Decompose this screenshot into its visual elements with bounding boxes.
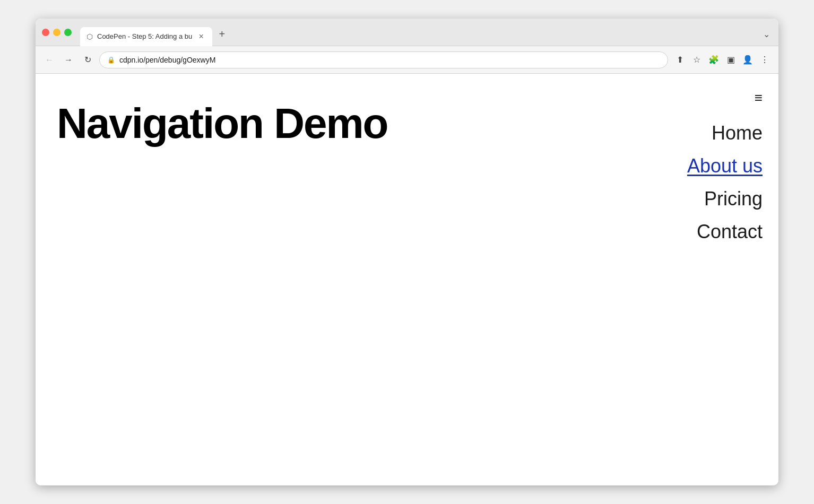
profile-icon[interactable]: 👤 — [740, 53, 755, 67]
tab-dropdown-icon[interactable]: ⌄ — [761, 27, 772, 41]
browser-window: ⬡ CodePen - Step 5: Adding a bu × + ⌄ ← … — [36, 19, 778, 485]
address-bar: ← → ↻ 🔒 cdpn.io/pen/debug/gOexwyM ⬆ ☆ 🧩 … — [36, 46, 778, 74]
page-main: Navigation Demo — [36, 74, 662, 485]
nav-links: Home About us Pricing Contact — [678, 117, 763, 248]
nav-item-home[interactable]: Home — [712, 117, 763, 150]
hamburger-icon[interactable]: ≡ — [755, 90, 763, 106]
title-bar: ⬡ CodePen - Step 5: Adding a bu × + ⌄ — [36, 19, 778, 46]
page-title: Navigation Demo — [57, 100, 640, 147]
new-tab-button[interactable]: + — [214, 27, 229, 42]
close-button[interactable] — [42, 29, 49, 36]
lock-icon: 🔒 — [107, 56, 115, 64]
share-icon[interactable]: ⬆ — [672, 53, 687, 67]
page-content: Navigation Demo ≡ Home About us Pricing … — [36, 74, 778, 485]
nav-panel: ≡ Home About us Pricing Contact — [662, 74, 778, 485]
extensions-icon[interactable]: 🧩 — [706, 53, 721, 67]
tab-bar: ⬡ CodePen - Step 5: Adding a bu × + ⌄ — [80, 23, 772, 42]
url-bar[interactable]: 🔒 cdpn.io/pen/debug/gOexwyM — [99, 51, 668, 68]
reload-button[interactable]: ↻ — [80, 53, 95, 67]
active-tab[interactable]: ⬡ CodePen - Step 5: Adding a bu × — [80, 27, 212, 46]
back-button[interactable]: ← — [42, 53, 57, 67]
tab-title: CodePen - Step 5: Adding a bu — [97, 32, 192, 40]
tab-close-icon[interactable]: × — [196, 32, 206, 41]
nav-item-pricing[interactable]: Pricing — [704, 183, 763, 215]
bookmark-icon[interactable]: ☆ — [689, 53, 704, 67]
url-text: cdpn.io/pen/debug/gOexwyM — [119, 56, 215, 64]
tab-favicon-icon: ⬡ — [86, 32, 93, 41]
traffic-lights — [42, 29, 72, 36]
menu-icon[interactable]: ⋮ — [757, 53, 772, 67]
sidebar-icon[interactable]: ▣ — [723, 53, 738, 67]
nav-item-contact[interactable]: Contact — [697, 215, 763, 248]
nav-item-about[interactable]: About us — [687, 150, 763, 183]
toolbar-icons: ⬆ ☆ 🧩 ▣ 👤 ⋮ — [672, 53, 772, 67]
forward-button[interactable]: → — [61, 53, 76, 67]
maximize-button[interactable] — [64, 29, 72, 36]
minimize-button[interactable] — [53, 29, 60, 36]
